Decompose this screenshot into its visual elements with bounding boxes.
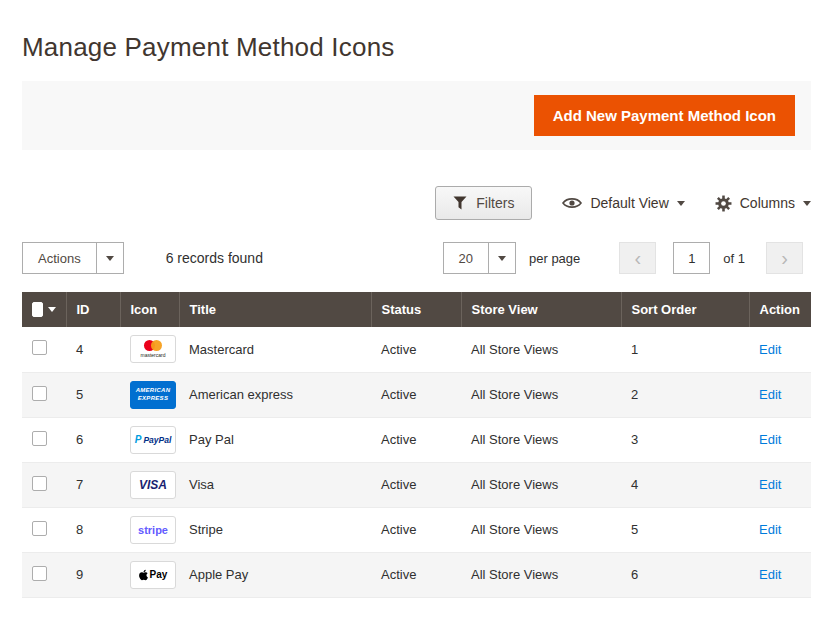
- edit-link[interactable]: Edit: [759, 522, 781, 537]
- per-page-select-value: 20: [444, 243, 488, 273]
- page-number-input[interactable]: [673, 242, 710, 274]
- action-cell: Edit: [749, 552, 811, 597]
- row-checkbox[interactable]: [32, 431, 47, 446]
- title-cell: Stripe: [179, 507, 371, 552]
- row-checkbox[interactable]: [32, 386, 47, 401]
- header-sort-order[interactable]: Sort Order: [621, 292, 749, 327]
- action-cell: Edit: [749, 507, 811, 552]
- edit-link[interactable]: Edit: [759, 387, 781, 402]
- pagination-prev-button[interactable]: ‹: [619, 242, 656, 274]
- id-cell: 6: [66, 417, 120, 462]
- edit-link[interactable]: Edit: [759, 477, 781, 492]
- store-view-cell: All Store Views: [461, 327, 621, 372]
- grid-controls-right: 20 per page ‹ of 1 ›: [443, 242, 811, 274]
- header-icon[interactable]: Icon: [120, 292, 179, 327]
- chevron-down-icon: [803, 201, 811, 206]
- gear-icon: [715, 195, 732, 212]
- icon-cell: mastercard: [120, 327, 179, 372]
- grid-top-toolbar: Filters Default View Columns: [22, 186, 811, 220]
- icon-cell: P PayPal: [120, 417, 179, 462]
- applepay-icon: Pay: [130, 561, 176, 589]
- status-cell: Active: [371, 552, 461, 597]
- view-switcher-label: Default View: [590, 195, 668, 211]
- per-page-select[interactable]: 20: [443, 242, 516, 274]
- id-cell: 8: [66, 507, 120, 552]
- manage-payment-icons-page: Manage Payment Method Icons Add New Paym…: [0, 0, 833, 598]
- edit-link[interactable]: Edit: [759, 342, 781, 357]
- actions-select-caret[interactable]: [96, 243, 123, 273]
- select-all-control[interactable]: [32, 302, 56, 317]
- per-page-label: per page: [529, 251, 580, 266]
- action-cell: Edit: [749, 462, 811, 507]
- page-title: Manage Payment Method Icons: [22, 0, 811, 63]
- title-cell: Visa: [179, 462, 371, 507]
- row-checkbox[interactable]: [32, 476, 47, 491]
- row-checkbox[interactable]: [32, 566, 47, 581]
- row-checkbox-cell: [22, 417, 66, 462]
- edit-link[interactable]: Edit: [759, 567, 781, 582]
- paypal-icon: P PayPal: [130, 426, 176, 454]
- page-of-label: of 1: [723, 251, 745, 266]
- icon-cell: AMERICAN EXPRESS: [120, 372, 179, 417]
- sort-order-cell: 6: [621, 552, 749, 597]
- view-switcher[interactable]: Default View: [562, 195, 684, 211]
- row-checkbox[interactable]: [32, 340, 47, 355]
- id-cell: 7: [66, 462, 120, 507]
- edit-link[interactable]: Edit: [759, 432, 781, 447]
- status-cell: Active: [371, 327, 461, 372]
- columns-control[interactable]: Columns: [715, 195, 811, 212]
- stripe-icon: stripe: [130, 516, 176, 544]
- filters-button[interactable]: Filters: [435, 186, 532, 220]
- title-cell: Mastercard: [179, 327, 371, 372]
- sort-order-cell: 2: [621, 372, 749, 417]
- table-row: 8 stripe Stripe Active All Store Views 5…: [22, 507, 811, 552]
- header-action[interactable]: Action: [749, 292, 811, 327]
- payment-methods-table: ID Icon Title Status Store View Sort Ord…: [22, 292, 811, 598]
- status-cell: Active: [371, 417, 461, 462]
- chevron-down-icon: [48, 307, 56, 312]
- actions-select-label: Actions: [23, 243, 96, 273]
- header-status[interactable]: Status: [371, 292, 461, 327]
- filter-funnel-icon: [453, 196, 467, 210]
- table-row: 5 AMERICAN EXPRESS American express Acti…: [22, 372, 811, 417]
- action-cell: Edit: [749, 327, 811, 372]
- amex-icon: AMERICAN EXPRESS: [130, 381, 176, 409]
- actions-select[interactable]: Actions: [22, 242, 124, 274]
- store-view-cell: All Store Views: [461, 417, 621, 462]
- row-checkbox[interactable]: [32, 521, 47, 536]
- row-checkbox-cell: [22, 552, 66, 597]
- icon-cell: VISA: [120, 462, 179, 507]
- title-cell: Pay Pal: [179, 417, 371, 462]
- status-cell: Active: [371, 507, 461, 552]
- header-title[interactable]: Title: [179, 292, 371, 327]
- grid-controls-row: Actions 6 records found 20 per page ‹ of…: [22, 242, 811, 274]
- header-store-view[interactable]: Store View: [461, 292, 621, 327]
- icon-cell: stripe: [120, 507, 179, 552]
- header-select-all[interactable]: [22, 292, 66, 327]
- store-view-cell: All Store Views: [461, 552, 621, 597]
- table-row: 9 Pay Apple Pay Active All Store Views 6: [22, 552, 811, 597]
- select-all-checkbox[interactable]: [32, 302, 43, 317]
- action-cell: Edit: [749, 372, 811, 417]
- table-header-row: ID Icon Title Status Store View Sort Ord…: [22, 292, 811, 327]
- title-cell: Apple Pay: [179, 552, 371, 597]
- store-view-cell: All Store Views: [461, 507, 621, 552]
- id-cell: 9: [66, 552, 120, 597]
- grid-controls-left: Actions 6 records found: [22, 242, 263, 274]
- title-cell: American express: [179, 372, 371, 417]
- row-checkbox-cell: [22, 462, 66, 507]
- action-cell: Edit: [749, 417, 811, 462]
- pagination-next-button[interactable]: ›: [766, 242, 803, 274]
- sort-order-cell: 5: [621, 507, 749, 552]
- row-checkbox-cell: [22, 507, 66, 552]
- status-cell: Active: [371, 462, 461, 507]
- page-actions-panel: Add New Payment Method Icon: [22, 81, 811, 150]
- id-cell: 4: [66, 327, 120, 372]
- row-checkbox-cell: [22, 372, 66, 417]
- apple-logo-icon: [139, 569, 148, 581]
- per-page-select-caret[interactable]: [488, 243, 515, 273]
- add-new-payment-method-button[interactable]: Add New Payment Method Icon: [534, 95, 795, 136]
- sort-order-cell: 1: [621, 327, 749, 372]
- visa-icon: VISA: [130, 471, 176, 499]
- header-id[interactable]: ID: [66, 292, 120, 327]
